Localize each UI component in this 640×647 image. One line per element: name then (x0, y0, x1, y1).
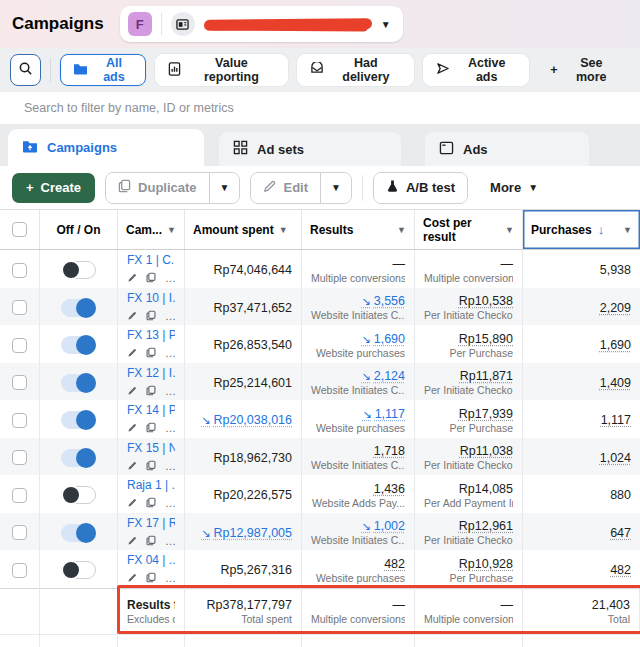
cost-per-result-value[interactable]: Rp10,538 (424, 294, 513, 308)
row-checkbox[interactable] (12, 525, 27, 540)
results-value[interactable]: ↘2,124 (311, 369, 405, 383)
ellipsis-icon[interactable]: … (165, 497, 176, 509)
campaign-name-link[interactable]: FX 04 | ... (127, 553, 175, 567)
purchases-value[interactable]: 1,409 (532, 376, 631, 390)
campaign-toggle[interactable] (61, 374, 96, 392)
campaign-name-link[interactable]: FX 14 | P... (127, 403, 175, 417)
cost-per-result-value[interactable]: Rp11,038 (424, 444, 513, 458)
create-button[interactable]: + Create (12, 173, 95, 203)
tab-ad-sets[interactable]: Ad sets (219, 132, 401, 166)
cost-per-result-value[interactable]: Rp11,871 (424, 369, 513, 383)
ellipsis-icon[interactable]: … (165, 460, 176, 472)
row-checkbox[interactable] (12, 413, 27, 428)
campaign-name-link[interactable]: FX 13 | P... (127, 328, 175, 342)
purchases-value[interactable]: 1,690 (532, 338, 631, 352)
pencil-icon[interactable] (127, 269, 137, 287)
ellipsis-icon[interactable]: … (165, 535, 176, 547)
campaign-name-link[interactable]: FX 15 | N... (127, 441, 175, 455)
campaign-name-link[interactable]: Raja 1 | ... (127, 478, 175, 492)
purchases-value[interactable]: 482 (532, 563, 631, 577)
filter-chip-all-ads[interactable]: All ads (60, 54, 146, 86)
chevron-down-icon[interactable]: ▼ (381, 19, 391, 30)
purchases-value[interactable]: 1,117 (532, 413, 631, 427)
campaign-name-link[interactable]: FX 1 | C... (127, 253, 175, 267)
row-checkbox[interactable] (12, 300, 27, 315)
ellipsis-icon[interactable]: … (165, 272, 176, 284)
purchases-value[interactable]: 647 (532, 526, 631, 540)
tab-ads[interactable]: Ads (425, 132, 589, 166)
campaign-toggle[interactable] (61, 336, 96, 354)
cost-per-result-value[interactable]: Rp12,961 (424, 519, 513, 533)
duplicate-icon[interactable] (146, 269, 156, 287)
duplicate-icon[interactable] (146, 457, 156, 475)
results-value[interactable]: 1,718 (311, 444, 405, 458)
column-header-amount-spent[interactable]: Amount spent▼ (185, 210, 302, 249)
search-button[interactable] (10, 54, 41, 86)
purchases-value[interactable]: 2,209 (532, 301, 631, 315)
chevron-down-icon[interactable]: ▼ (505, 225, 514, 235)
pencil-icon[interactable] (127, 494, 137, 512)
duplicate-icon[interactable] (146, 494, 156, 512)
ellipsis-icon[interactable]: … (165, 422, 176, 434)
filter-chip-value-reporting[interactable]: Value reporting (155, 54, 287, 86)
campaign-toggle[interactable] (61, 261, 96, 279)
cost-per-result-value[interactable]: Rp15,890 (424, 332, 513, 346)
ellipsis-icon[interactable]: … (165, 347, 176, 359)
row-checkbox[interactable] (12, 375, 27, 390)
row-checkbox[interactable] (12, 450, 27, 465)
campaign-toggle[interactable] (61, 561, 96, 579)
column-header-cost-per-result[interactable]: Cost per result▼ (415, 210, 523, 249)
chevron-down-icon[interactable]: ▼ (279, 225, 288, 235)
pencil-icon[interactable] (127, 569, 137, 587)
pencil-icon[interactable] (127, 532, 137, 550)
campaign-name-link[interactable]: FX 12 | I... (127, 366, 175, 380)
see-more-button[interactable]: + See more (538, 54, 630, 86)
duplicate-icon[interactable] (146, 569, 156, 587)
cost-per-result-value[interactable]: Rp10,928 (424, 557, 513, 571)
results-value[interactable]: ↘1,690 (311, 332, 405, 346)
amount-spent-link[interactable]: ↘Rp12,987,005 (194, 526, 292, 540)
pencil-icon[interactable] (127, 382, 137, 400)
ab-test-button[interactable]: A/B test (374, 173, 467, 203)
pencil-icon[interactable] (127, 457, 137, 475)
duplicate-icon[interactable] (146, 419, 156, 437)
campaign-name-link[interactable]: FX 10 | I... (127, 291, 175, 305)
campaign-toggle[interactable] (61, 524, 96, 542)
results-value[interactable]: ↘3,556 (311, 294, 405, 308)
row-checkbox[interactable] (12, 488, 27, 503)
amount-spent-link[interactable]: ↘Rp20,038,016 (194, 413, 292, 427)
campaign-toggle[interactable] (61, 486, 96, 504)
account-selector[interactable]: F ▼ (120, 6, 403, 42)
pencil-icon[interactable] (127, 307, 137, 325)
purchases-value[interactable]: 1,024 (532, 451, 631, 465)
duplicate-button[interactable]: Duplicate (106, 173, 209, 203)
more-button[interactable]: More ▼ (478, 166, 550, 209)
edit-dropdown-button[interactable]: ▼ (321, 173, 351, 203)
duplicate-icon[interactable] (146, 382, 156, 400)
row-checkbox[interactable] (12, 338, 27, 353)
filter-chip-active-ads[interactable]: Active ads (423, 54, 529, 86)
duplicate-icon[interactable] (146, 532, 156, 550)
select-all-checkbox[interactable] (12, 222, 27, 237)
column-header-campaign[interactable]: Cam...▼ (118, 210, 185, 249)
chevron-down-icon[interactable]: ▼ (397, 225, 406, 235)
ellipsis-icon[interactable]: … (165, 385, 176, 397)
results-value[interactable]: ↘1,117 (311, 407, 405, 421)
column-header-purchases[interactable]: Purchases↓▼ (523, 210, 640, 249)
tab-campaigns[interactable]: Campaigns (8, 129, 204, 166)
duplicate-icon[interactable] (146, 344, 156, 362)
edit-button[interactable]: Edit (251, 173, 320, 203)
campaign-toggle[interactable] (61, 411, 96, 429)
pencil-icon[interactable] (127, 419, 137, 437)
filter-chip-had-delivery[interactable]: Had delivery (297, 54, 414, 86)
results-value[interactable]: ↘1,002 (311, 519, 405, 533)
campaign-name-link[interactable]: FX 17 | R... (127, 516, 175, 530)
chevron-down-icon[interactable]: ▼ (623, 225, 632, 235)
row-checkbox[interactable] (12, 563, 27, 578)
row-checkbox[interactable] (12, 263, 27, 278)
chevron-down-icon[interactable]: ▼ (167, 225, 176, 235)
column-header-results[interactable]: Results▼ (302, 210, 415, 249)
duplicate-icon[interactable] (146, 307, 156, 325)
pencil-icon[interactable] (127, 344, 137, 362)
duplicate-dropdown-button[interactable]: ▼ (210, 173, 240, 203)
